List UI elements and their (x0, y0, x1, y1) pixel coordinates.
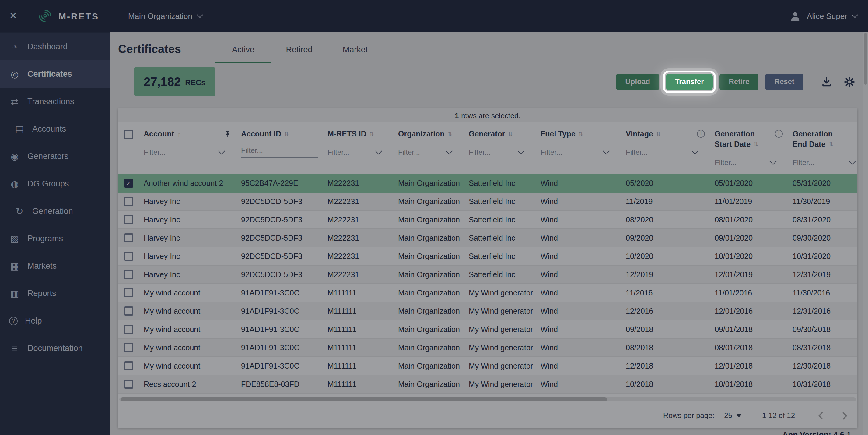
sort-icon: ⇅ (753, 141, 758, 147)
sidebar-item-dg-groups[interactable]: ◍DG Groups (0, 170, 110, 197)
prev-page-button[interactable] (819, 413, 825, 418)
column-label[interactable]: Generator (469, 129, 505, 138)
table-row[interactable]: ✓Another wind account 295C2B47A-229EM222… (118, 174, 857, 193)
filter-input-account-id[interactable] (241, 146, 318, 158)
row-checkbox[interactable] (124, 307, 133, 316)
row-checkbox[interactable] (124, 380, 133, 389)
table-row[interactable]: My wind account91AD1F91-3C0CM111111Main … (118, 320, 857, 339)
table-row[interactable]: Harvey Inc92DC5DCD-5DF3M222231Main Organ… (118, 266, 857, 284)
cell-end-date: 11/30/2016 (788, 288, 857, 297)
rows-per-page-value: 25 (724, 411, 732, 420)
filter-select-fuel-type[interactable]: Filter... (540, 146, 616, 158)
filter-select-generation-end-date[interactable]: Filter... (793, 156, 857, 169)
settings-button[interactable] (841, 74, 857, 90)
row-checkbox[interactable] (124, 233, 133, 242)
row-checkbox[interactable]: ✓ (124, 178, 133, 187)
table-row[interactable]: Harvey Inc92DC5DCD-5DF3M222231Main Organ… (118, 229, 857, 248)
filter-select-generator[interactable]: Filter... (469, 146, 531, 158)
cell-account-id: 92DC5DCD-5DF3 (236, 252, 322, 260)
table-row[interactable]: My wind account91AD1F91-3C0CM111111Main … (118, 339, 857, 357)
column-label[interactable]: Fuel Type (540, 129, 576, 138)
table-row[interactable]: Harvey Inc92DC5DCD-5DF3M222231Main Organ… (118, 248, 857, 266)
sidebar-item-documentation[interactable]: ≡Documentation (0, 335, 110, 362)
row-checkbox[interactable] (124, 361, 133, 370)
table-row[interactable]: Harvey Inc92DC5DCD-5DF3M222231Main Organ… (118, 211, 857, 229)
column-label[interactable]: M-RETS ID (328, 129, 366, 138)
tab-bar: ActiveRetiredMarket (215, 35, 383, 63)
cell-fuel-type: Wind (536, 343, 621, 352)
filter-select-m-rets-id[interactable]: Filter... (328, 146, 389, 158)
filter-select-generation-start-date[interactable]: Filter... (715, 156, 783, 169)
row-checkbox[interactable] (124, 288, 133, 297)
table-row[interactable]: My wind account91AD1F91-3C0CM111111Main … (118, 302, 857, 320)
sidebar-item-transactions[interactable]: ⇄Transactions (0, 88, 110, 115)
user-menu[interactable]: Alice Super (788, 9, 857, 22)
org-selector[interactable]: Main Organization (128, 11, 202, 21)
filter-select-organization[interactable]: Filter... (398, 146, 459, 158)
cell-end-date: 12/31/2016 (788, 307, 857, 315)
column-label[interactable]: Account ID (241, 129, 281, 138)
column-header-select (118, 128, 139, 139)
row-checkbox[interactable] (124, 325, 133, 334)
sidebar-item-label: Generators (27, 152, 68, 161)
column-label[interactable]: Organization (398, 129, 445, 138)
table-row[interactable]: My wind account91AD1F91-3C0CM111111Main … (118, 284, 857, 302)
sidebar-item-dashboard[interactable]: ◔Dashboard (0, 33, 110, 60)
row-checkbox[interactable] (124, 252, 133, 261)
column-label[interactable]: End Date (793, 140, 826, 148)
row-checkbox[interactable] (124, 343, 133, 352)
sidebar-item-accounts[interactable]: ▤Accounts (0, 115, 110, 143)
table-row[interactable]: Recs account 2FDE858E8-03FDM111111Main O… (118, 375, 857, 394)
sidebar-item-generation[interactable]: ↻Generation (0, 197, 110, 225)
sidebar-item-markets[interactable]: ▦Markets (0, 252, 110, 280)
sidebar-item-label: Documentation (27, 344, 83, 353)
cell-generator: My Wind generator (464, 380, 536, 388)
cell-account: Harvey Inc (139, 252, 236, 260)
filter-select-vintage[interactable]: Filter... (626, 146, 705, 158)
sidebar-item-programs[interactable]: ▧Programs (0, 225, 110, 252)
horizontal-scrollbar-thumb[interactable] (121, 397, 607, 402)
upload-button[interactable]: Upload (616, 74, 659, 90)
sidebar-item-generators[interactable]: ◉Generators (0, 143, 110, 170)
sidebar-item-reports[interactable]: ▥Reports (0, 280, 110, 307)
cell-account-id: 91AD1F91-3C0C (236, 361, 322, 370)
cell-mrets-id: M222231 (322, 252, 393, 260)
sidebar-item-certificates[interactable]: ◎Certificates (0, 60, 110, 88)
action-buttons: Upload Transfer Retire Reset (616, 74, 857, 90)
tab-market[interactable]: Market (327, 35, 383, 63)
rows-per-page-select[interactable]: 25 (724, 411, 741, 420)
cell-mrets-id: M111111 (322, 288, 393, 297)
column-header-generation-end-date: GenerationEnd Date⇅Filter... (788, 128, 857, 169)
dg-groups-icon: ◍ (9, 178, 20, 189)
transfer-button[interactable]: Transfer (666, 74, 713, 90)
select-all-checkbox[interactable] (124, 130, 133, 139)
cell-account: My wind account (139, 325, 236, 334)
retire-button[interactable]: Retire (720, 74, 759, 90)
programs-icon: ▧ (9, 233, 20, 244)
tab-retired[interactable]: Retired (271, 35, 327, 63)
row-checkbox[interactable] (124, 197, 133, 206)
chevron-down-icon (770, 158, 777, 165)
vertical-scrollbar-thumb[interactable] (864, 33, 867, 85)
cell-mrets-id: M111111 (322, 380, 393, 388)
sidebar-item-label: Markets (27, 261, 57, 270)
table-row[interactable]: My wind account91AD1F91-3C0CM111111Main … (118, 357, 857, 375)
reset-button[interactable]: Reset (766, 74, 804, 90)
column-label[interactable]: Start Date (715, 140, 750, 148)
cell-generator: My Wind generator (464, 343, 536, 352)
next-page-button[interactable] (841, 413, 846, 418)
download-button[interactable] (819, 74, 835, 90)
selection-text: rows are selected. (461, 111, 521, 120)
column-header-generation-start-date: GenerationiStart Date⇅Filter... (710, 128, 788, 169)
column-label[interactable]: Account (144, 129, 174, 138)
column-label[interactable]: Vintage (626, 129, 653, 138)
sidebar-item-help[interactable]: ?Help (0, 307, 110, 335)
tab-active[interactable]: Active (215, 35, 271, 63)
close-icon[interactable]: × (10, 9, 24, 23)
column-label[interactable]: Generation (793, 129, 833, 138)
column-label[interactable]: Generation (715, 129, 755, 138)
table-row[interactable]: Harvey Inc92DC5DCD-5DF3M222231Main Organ… (118, 193, 857, 211)
row-checkbox[interactable] (124, 270, 133, 279)
filter-select-account[interactable]: Filter... (144, 146, 231, 158)
row-checkbox[interactable] (124, 215, 133, 224)
